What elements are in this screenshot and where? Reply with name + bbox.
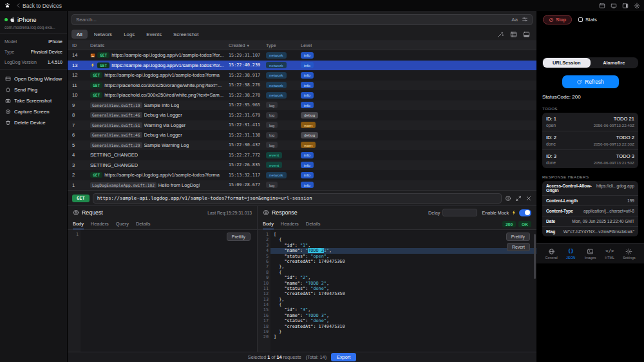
filter-tab[interactable]: Events xyxy=(141,30,167,39)
request-body-editor[interactable]: 1 Prettify xyxy=(68,230,257,352)
request-tab[interactable]: Body xyxy=(73,219,84,229)
phone-tab[interactable]: {} JSON xyxy=(561,248,580,260)
filter-tab[interactable]: Network xyxy=(89,30,118,39)
device-info: Model iPhone Type Physical Device LogDog… xyxy=(0,33,67,70)
row-detail-text: Debug via Logger xyxy=(144,112,182,118)
table-row[interactable]: 5 GeneralView.swift:29 Sample Warning Lo… xyxy=(68,140,536,151)
editor-scrollbar[interactable] xyxy=(534,234,536,279)
table-row[interactable]: 8 GeneralView.swift:46 Debug via Logger … xyxy=(68,110,536,120)
window-icon[interactable] xyxy=(599,3,605,9)
search-options-icon[interactable] xyxy=(522,16,528,23)
device-actions: Open Debug Window Send Ping Take Screens… xyxy=(0,70,67,131)
table-row[interactable]: 13 GET https://sample-api.logdog.app/v1/… xyxy=(68,61,536,71)
table-row[interactable]: 12 GET https://sample-api.logdog.app/v1/… xyxy=(68,70,536,81)
window-controls xyxy=(599,3,640,9)
column-header[interactable]: ID xyxy=(72,43,90,48)
stop-button[interactable]: Stop xyxy=(543,15,572,24)
revert-button[interactable]: Revert xyxy=(507,243,530,251)
row-created: 15:22:40.239 xyxy=(229,62,266,68)
column-header[interactable]: Details xyxy=(90,43,229,48)
response-tab[interactable]: Body xyxy=(263,219,274,229)
prettify-button[interactable]: Prettify xyxy=(506,233,530,241)
close-icon[interactable] xyxy=(526,195,532,202)
row-level: info xyxy=(301,172,536,178)
row-detail-text: https://placehold.co/300x250/red/white.p… xyxy=(104,92,223,98)
device-action-item[interactable]: Take Screenshot xyxy=(3,95,64,106)
table-row[interactable]: 4 SETTING_CHANGED 15:22:27.772 event inf… xyxy=(68,150,536,160)
filter-tab[interactable]: Logs xyxy=(118,30,140,39)
phone-tab[interactable]: </> HTML xyxy=(600,248,620,260)
row-type: log xyxy=(266,112,301,119)
table-row[interactable]: 1 LogDogExampleApp.swift:102 Hello from … xyxy=(68,180,536,191)
stats-checkbox[interactable]: Stats xyxy=(578,17,597,23)
panel-bottom-icon[interactable] xyxy=(523,31,530,38)
filter-tab[interactable]: All xyxy=(71,30,88,39)
back-to-devices-button[interactable]: Back to Devices xyxy=(15,3,62,9)
request-tab[interactable]: Details xyxy=(136,219,151,229)
table-row[interactable]: 10 GET https://placehold.co/300x250/red/… xyxy=(68,90,536,100)
info-value: iPhone xyxy=(48,39,62,44)
gear-icon[interactable] xyxy=(634,3,640,9)
table-row[interactable]: 2 GET https://sample-api.logdog.app/v1/s… xyxy=(68,170,536,180)
device-action-item[interactable]: Delete Device xyxy=(3,117,64,128)
type-badge: event xyxy=(266,152,282,158)
phone-tab[interactable]: Images xyxy=(580,248,600,260)
row-level: warn xyxy=(301,142,536,148)
column-header[interactable]: Type xyxy=(266,43,301,48)
row-details: LogDogExampleApp.swift:102 Hello from Lo… xyxy=(90,182,229,188)
enable-mock-toggle[interactable] xyxy=(519,209,531,216)
table-row[interactable]: 6 GeneralView.swift:46 Debug via Logger … xyxy=(68,130,536,140)
response-body-editor[interactable]: 1234567891011121314151617181920 [ { "id"… xyxy=(258,230,536,352)
enable-mock-label: Enable Mock xyxy=(482,210,509,216)
table-row[interactable]: 3 SETTING_CHANGED 15:22:26.835 event inf… xyxy=(68,160,536,171)
display-icon[interactable] xyxy=(611,3,617,9)
wand-icon[interactable] xyxy=(497,31,504,38)
column-header[interactable]: Level xyxy=(301,43,536,48)
segment[interactable]: Alamofire xyxy=(591,58,638,68)
table-row[interactable]: 9 GeneralView.swift:19 Sample Info Log 1… xyxy=(68,100,536,111)
table-row[interactable]: 14 GET https://sample-api.logdog.app/v1/… xyxy=(68,50,536,61)
device-action-item[interactable]: Open Debug Window xyxy=(3,73,64,84)
match-case-button[interactable]: Aa xyxy=(511,17,518,23)
device-sidebar: iPhone com.modrena.log-dog-exa... Model … xyxy=(0,11,68,362)
search-input[interactable] xyxy=(76,17,507,23)
table-row[interactable]: 11 GET https://placehold.co/300x250/oran… xyxy=(68,81,536,91)
row-created: 15:22:31.138 xyxy=(229,133,266,138)
device-info-row: Model iPhone xyxy=(5,36,62,46)
request-tab[interactable]: Headers xyxy=(91,219,109,229)
phone-tab[interactable]: Settings xyxy=(620,248,639,260)
bolt-icon xyxy=(511,210,516,215)
device-action-item[interactable]: Capture Screen xyxy=(3,106,64,117)
info-icon[interactable] xyxy=(505,195,511,202)
expand-icon[interactable] xyxy=(515,195,522,202)
delay-input[interactable] xyxy=(442,209,477,216)
request-url[interactable]: https://sample-api.logdog.app/v1/sample-… xyxy=(93,193,502,204)
row-id: 8 xyxy=(72,112,90,118)
bell-icon xyxy=(5,87,11,93)
panel-right-icon[interactable] xyxy=(622,3,629,9)
refresh-button[interactable]: Refresh xyxy=(562,75,619,88)
todo-date: 2056-06-09T13:22:40Z xyxy=(594,123,634,128)
todo-item: ID: 1 open TODO 21 2056-06-09T13:22:40Z xyxy=(542,113,638,131)
method-badge: GET xyxy=(90,172,102,178)
top-bar: Back to Devices xyxy=(0,0,644,11)
response-header-item: Content-Type application/j...charset=utf… xyxy=(542,206,638,216)
row-id: 14 xyxy=(72,52,90,58)
column-header[interactable]: Created ▼ xyxy=(229,43,266,48)
source-badge: GeneralView.swift:19 xyxy=(90,102,142,108)
filter-tab[interactable]: Screenshot xyxy=(168,30,204,39)
response-tab[interactable]: Details xyxy=(306,219,321,229)
request-code xyxy=(80,230,257,352)
request-tab[interactable]: Query xyxy=(116,219,129,229)
segment[interactable]: URLSession xyxy=(543,58,591,68)
table-row[interactable]: 7 GeneralView.swift:51 Warning via Logge… xyxy=(68,120,536,131)
export-button[interactable]: Export xyxy=(331,353,356,361)
response-tab[interactable]: Headers xyxy=(281,219,299,229)
device-action-item[interactable]: Send Ping xyxy=(3,84,64,95)
request-response-split: Request Last Req:15:29:31.013 BodyHeader… xyxy=(68,205,536,352)
prettify-button[interactable]: Prettify xyxy=(227,233,251,241)
response-header-item: Date Mon, 09 Jun 2025 13:22:40 GMT xyxy=(542,216,638,227)
row-detail-text: https://sample-api.logdog.app/v1/sample-… xyxy=(104,72,220,78)
table-icon[interactable] xyxy=(510,31,517,38)
phone-tab[interactable]: General xyxy=(542,248,561,260)
